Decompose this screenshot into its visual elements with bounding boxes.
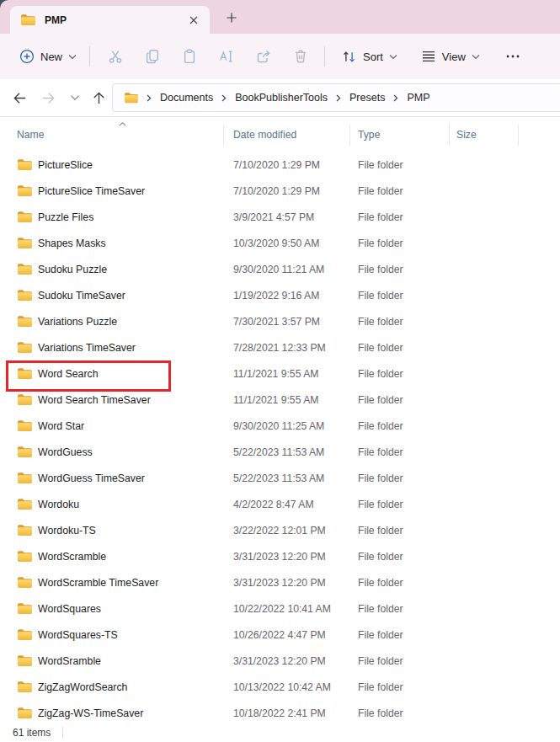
column-header-type[interactable]: Type	[358, 129, 380, 141]
command-toolbar: New	[0, 34, 560, 79]
file-name: Sudoku TimeSaver	[38, 290, 125, 302]
file-row[interactable]: WordGuess 5/22/2023 11:53 AM File folder	[0, 439, 560, 465]
arrow-left-icon	[13, 91, 27, 105]
file-row[interactable]: Shapes Masks 10/3/2020 9:50 AM File fold…	[0, 230, 560, 256]
file-row[interactable]: Word Search 11/1/2021 9:55 AM File folde…	[0, 360, 560, 387]
file-name-cell: Word Search	[17, 367, 233, 380]
cut-button[interactable]	[97, 41, 134, 72]
file-row[interactable]: Variations Puzzle 7/30/2021 3:57 PM File…	[0, 308, 560, 334]
file-name-cell: Word Search TimeSaver	[17, 393, 233, 406]
file-type: File folder	[358, 159, 457, 171]
file-name-cell: Wordoku	[17, 498, 233, 510]
file-row[interactable]: Variations TimeSaver 7/28/2021 12:33 PM …	[0, 334, 560, 360]
file-date-modified: 9/30/2020 11:21 AM	[233, 264, 358, 275]
breadcrumb-segment-presets[interactable]: Presets	[349, 90, 386, 105]
arrow-up-icon	[92, 91, 106, 105]
file-date-modified: 9/30/2020 11:25 AM	[233, 420, 358, 432]
column-header-size[interactable]: Size	[456, 129, 477, 141]
file-row[interactable]: PictureSlice TimeSaver 7/10/2020 1:29 PM…	[0, 178, 560, 204]
back-button[interactable]	[8, 86, 31, 109]
recent-locations-button[interactable]	[63, 86, 87, 109]
file-name-cell: WordScramble	[17, 550, 233, 563]
view-button[interactable]: View	[413, 41, 488, 72]
file-date-modified: 3/31/2023 12:20 PM	[233, 577, 358, 589]
new-tab-button[interactable]	[221, 7, 243, 29]
file-row[interactable]: PictureSlice 7/10/2020 1:29 PM File fold…	[0, 152, 560, 178]
column-header-name[interactable]: Name	[17, 129, 45, 141]
file-row[interactable]: WordSquares-TS 10/26/2022 4:47 PM File f…	[0, 622, 560, 648]
column-header-date-modified[interactable]: Date modified	[233, 129, 296, 141]
file-name: PictureSlice TimeSaver	[38, 185, 145, 197]
explorer-tab-pmp[interactable]: PMP	[10, 6, 210, 34]
share-button[interactable]	[245, 41, 282, 72]
file-type: File folder	[358, 629, 457, 641]
chevron-down-icon	[389, 54, 397, 60]
sort-button[interactable]: Sort	[333, 41, 405, 72]
file-type: File folder	[358, 525, 457, 536]
file-name: Word Star	[38, 420, 84, 432]
forward-button[interactable]	[36, 86, 60, 109]
file-type: File folder	[358, 603, 457, 615]
column-divider[interactable]	[518, 125, 519, 146]
column-divider[interactable]	[349, 125, 350, 146]
file-date-modified: 11/1/2021 9:55 AM	[233, 394, 358, 406]
copy-button[interactable]	[134, 41, 171, 72]
file-type: File folder	[358, 707, 457, 719]
file-type: File folder	[358, 238, 457, 249]
file-type: File folder	[358, 394, 457, 406]
column-divider[interactable]	[223, 125, 224, 146]
chevron-down-icon	[68, 54, 77, 60]
rename-icon	[218, 48, 235, 65]
file-name-cell: WordGuess	[17, 446, 233, 458]
folder-icon	[17, 576, 33, 589]
breadcrumb-segment-documents[interactable]: Documents	[159, 90, 214, 105]
file-name: Sudoku Puzzle	[38, 264, 107, 275]
file-row[interactable]: Wordoku-TS 3/22/2022 12:01 PM File folde…	[0, 517, 560, 543]
file-name-cell: WordScramble TimeSaver	[17, 576, 233, 589]
file-name-cell: WordSquares-TS	[17, 628, 233, 641]
file-type: File folder	[358, 342, 457, 354]
breadcrumb-segment-bookpublishertools[interactable]: BookPublisherTools	[234, 90, 328, 105]
paste-button[interactable]	[171, 41, 208, 72]
file-row[interactable]: Sudoku TimeSaver 1/19/2022 9:16 AM File …	[0, 282, 560, 308]
plus-icon	[227, 13, 237, 23]
breadcrumb-segment-pmp[interactable]: PMP	[406, 90, 430, 105]
file-name-cell: WordSramble	[17, 654, 233, 667]
file-row[interactable]: WordSquares 10/22/2022 10:41 AM File fol…	[0, 595, 560, 622]
up-button[interactable]	[87, 86, 110, 109]
file-row[interactable]: ZigZagWordSearch 10/13/2022 10:42 AM Fil…	[0, 674, 560, 700]
folder-icon	[17, 550, 33, 563]
delete-button[interactable]	[282, 41, 319, 72]
file-name-cell: Word Star	[17, 419, 233, 432]
address-bar[interactable]: Documents BookPublisherTools Presets PMP	[112, 83, 560, 112]
file-row[interactable]: Word Star 9/30/2020 11:25 AM File folder	[0, 413, 560, 439]
file-row[interactable]: WordScramble 3/31/2023 12:20 PM File fol…	[0, 543, 560, 569]
file-row[interactable]: WordGuess TimeSaver 5/22/2023 11:53 AM F…	[0, 465, 560, 491]
see-more-button[interactable]	[494, 41, 531, 72]
file-type: File folder	[358, 316, 457, 328]
file-name-cell: PictureSlice TimeSaver	[17, 184, 233, 197]
file-row[interactable]: WordSramble 3/31/2023 12:20 PM File fold…	[0, 648, 560, 674]
copy-icon	[144, 48, 161, 65]
file-name: Wordoku-TS	[38, 525, 96, 536]
file-name: Word Search	[38, 368, 99, 380]
file-type: File folder	[358, 551, 457, 563]
file-row[interactable]: Wordoku 4/2/2022 8:47 AM File folder	[0, 491, 560, 517]
file-date-modified: 3/31/2023 12:20 PM	[233, 655, 358, 667]
file-row[interactable]: Sudoku Puzzle 9/30/2020 11:21 AM File fo…	[0, 256, 560, 282]
folder-icon	[17, 524, 33, 536]
file-row[interactable]: WordScramble TimeSaver 3/31/2023 12:20 P…	[0, 569, 560, 595]
file-date-modified: 10/22/2022 10:41 AM	[233, 603, 358, 615]
folder-icon	[17, 707, 33, 719]
file-row[interactable]: Puzzle Files 3/9/2021 4:57 PM File folde…	[0, 204, 560, 230]
file-type: File folder	[358, 446, 457, 458]
tab-close-icon[interactable]	[184, 11, 203, 29]
file-type: File folder	[358, 681, 457, 693]
new-button[interactable]: New	[12, 41, 84, 72]
file-row[interactable]: Word Search TimeSaver 11/1/2021 9:55 AM …	[0, 387, 560, 413]
file-type: File folder	[358, 499, 457, 510]
column-divider[interactable]	[449, 125, 450, 146]
file-name-cell: ZigZagWordSearch	[17, 681, 233, 693]
file-explorer-window: PMP New	[0, 0, 560, 742]
rename-button[interactable]	[208, 41, 245, 72]
